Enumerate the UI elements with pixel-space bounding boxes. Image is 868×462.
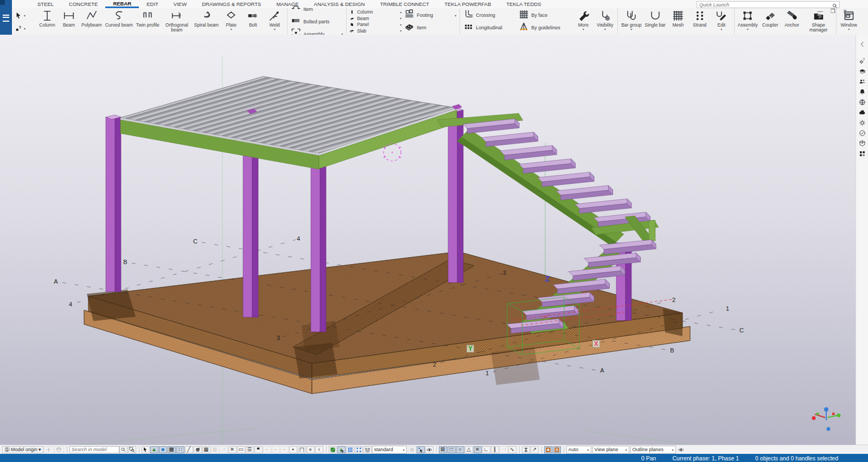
close-button[interactable]: ✕ (843, 9, 847, 14)
ribbon-item-concrete-beam[interactable]: Beam▾ (348, 15, 403, 22)
select-parts-button[interactable]: ▲ (150, 446, 158, 453)
help-settings-icon[interactable]: ? (857, 56, 867, 66)
add-point-button[interactable] (44, 446, 54, 453)
search-model-input[interactable] (69, 446, 119, 453)
select-objects-button[interactable] (194, 446, 202, 453)
task-manager-icon[interactable] (857, 128, 867, 138)
chevron-down-icon[interactable]: ▾ (747, 28, 749, 31)
select-rebar-groups-button[interactable]: ⌁ (272, 446, 280, 453)
chevron-down-icon[interactable]: ▾ (400, 16, 401, 20)
search-button[interactable] (119, 446, 127, 453)
ribbon-item-more[interactable]: More▾ (572, 9, 594, 34)
snap-parallel-button[interactable]: ∥ (491, 446, 499, 453)
select-lines-button[interactable]: ╱ (185, 446, 193, 453)
ribbon-item-concrete-item[interactable]: Item (403, 22, 458, 34)
snap-reference-points-button[interactable]: ⊠ (439, 446, 447, 453)
inquire-tool[interactable]: ?▾ (15, 23, 35, 33)
snap-free-points-button[interactable] (417, 446, 425, 453)
ribbon-item-polybeam[interactable]: Polybeam (80, 9, 104, 34)
organizer-icon[interactable] (857, 149, 867, 158)
chevron-down-icon[interactable]: ▾ (274, 28, 276, 31)
ribbon-item-bolted-parts[interactable]: Bolted parts (289, 15, 344, 28)
chevron-down-icon[interactable]: ▾ (583, 28, 584, 31)
ribbon-item-footing[interactable]: Footing▾ (403, 9, 458, 22)
ribbon-item-single-bar[interactable]: Single bar (643, 9, 667, 34)
snap-perpendicular-button[interactable]: ∟ (482, 446, 490, 453)
select-views-button[interactable]: ▭ (237, 446, 245, 453)
select-cursor-button[interactable] (142, 446, 150, 453)
view-plane-combo[interactable]: View plane▾ (592, 446, 629, 454)
tekla-online-icon[interactable] (857, 97, 867, 107)
snap-end-points-button[interactable]: □ (448, 446, 456, 453)
select-reference-objects-button[interactable]: ● (307, 446, 315, 453)
ribbon-item-beam[interactable]: Beam (58, 9, 80, 34)
snap-intersections-button[interactable]: ✕ (474, 446, 482, 453)
ribbon-item-plate[interactable]: Plate▾ (220, 9, 242, 34)
model-origin-dropdown[interactable]: Model origin▾ (2, 446, 43, 453)
snap-settings-gear-button[interactable] (408, 446, 416, 453)
ribbon-item-longitudinal[interactable]: Longitudinal (462, 22, 517, 34)
tab-rebar[interactable]: REBAR (105, 0, 139, 8)
tab-tekla-tedds[interactable]: TEKLA TEDDS (499, 0, 548, 8)
ribbon-item-curved-beam[interactable]: Curved beam (104, 9, 135, 34)
snap-free-button[interactable]: ∿ (508, 446, 516, 453)
chevron-down-icon[interactable]: ▾ (400, 10, 401, 14)
ribbon-item-crossing[interactable]: Crossing (462, 9, 517, 22)
ribbon-item-coupler[interactable]: Coupler (760, 9, 781, 34)
tracking-switch-button[interactable] (553, 446, 561, 453)
ribbon-item-edit[interactable]: Edit▾ (711, 9, 732, 34)
ribbon-item-mesh[interactable]: Mesh (667, 9, 689, 34)
ribbon-item-weld[interactable]: Weld▾ (264, 9, 285, 34)
select-assemblies-button[interactable]: ‹ (315, 446, 323, 453)
ribbon-item-bar-group[interactable]: Bar group▾ (620, 9, 643, 34)
chevron-down-icon[interactable]: ▾ (400, 29, 401, 33)
snap-any-position-button[interactable] (522, 446, 530, 453)
ribbon-item-twin-profile[interactable]: Twin profile (135, 9, 161, 34)
tab-trimble-connect[interactable]: TRIMBLE CONNECT (372, 0, 437, 8)
collapse-chevron-icon[interactable] (857, 39, 867, 49)
select-cuts-button[interactable]: ✕ (228, 446, 237, 453)
ribbon-item-orthogonal-beam[interactable]: Orthogonal beam (161, 9, 193, 34)
select-single-rebars-button[interactable]: ⌁ (280, 446, 289, 453)
cloud-icon[interactable] (857, 107, 867, 117)
ribbon-item-item[interactable]: Item (289, 3, 344, 15)
ribbon-item-strand[interactable]: Strand (689, 9, 711, 34)
search-icon[interactable] (832, 2, 838, 8)
ribbon-item-concrete-column[interactable]: Column▾ (348, 9, 403, 16)
ribbon-item-by-face[interactable]: By face (517, 9, 572, 22)
snap-extension-lines-button[interactable]: ⊣ (500, 446, 508, 453)
search-selected-button[interactable] (128, 446, 136, 453)
snap-center-points-button[interactable]: ○ (456, 446, 464, 453)
model-viewport[interactable]: C4BA4332121CBAZYX (0, 35, 856, 445)
select-grid-lines-button[interactable]: ▦ (211, 446, 219, 453)
snap-profile-combo[interactable]: standard▾ (372, 446, 407, 454)
outline-planes-combo[interactable]: Outline planes▾ (630, 446, 676, 454)
ribbon-item-column[interactable]: Column (36, 9, 58, 34)
chevron-down-icon[interactable]: ▾ (400, 23, 401, 27)
ribbon-item-concrete-slab[interactable]: Slab▾ (348, 28, 403, 34)
snap-visibility-eye-button[interactable] (425, 446, 433, 453)
tab-steel[interactable]: STEEL (30, 0, 61, 8)
notifications-icon[interactable] (857, 87, 867, 97)
select-tool[interactable]: ▾ (15, 11, 35, 21)
select-lists-button[interactable]: ☰ (246, 446, 254, 453)
hamburger-menu-icon[interactable] (3, 15, 9, 22)
tab-tekla-powerfab[interactable]: TEKLA POWERFAB (437, 0, 499, 8)
select-surfaces-button[interactable]: ■ (159, 446, 167, 453)
model-scene[interactable] (0, 35, 856, 445)
ortho-switch-button[interactable] (544, 446, 552, 453)
tab-view[interactable]: VIEW (166, 0, 194, 8)
snap-tracking-button[interactable]: ↗ (531, 446, 539, 453)
ribbon-item-visibility[interactable]: Visibility▾ (594, 9, 616, 34)
select-points-button[interactable]: ∷ (176, 446, 184, 453)
ribbon-item-by-guidelines[interactable]: By guidelines (517, 22, 572, 34)
chevron-down-icon[interactable]: ▾ (231, 28, 232, 31)
settings-icon[interactable] (857, 118, 867, 127)
quick-launch[interactable] (697, 1, 840, 8)
select-rebar-sets-button[interactable]: ⌁ (263, 446, 271, 453)
collaboration-icon[interactable] (857, 76, 867, 86)
minimize-button[interactable]: — (818, 9, 823, 14)
snap-mid-points-button[interactable]: △ (465, 446, 473, 453)
file-menu-strip[interactable] (0, 0, 12, 35)
select-bolts-button[interactable] (298, 446, 306, 453)
